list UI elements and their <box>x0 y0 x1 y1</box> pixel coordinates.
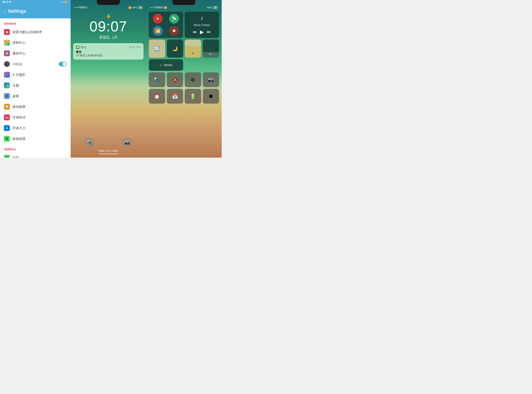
cc-phone-notch <box>172 0 195 5</box>
brightness-slider[interactable]: ☀ <box>185 40 201 58</box>
menu-text: 设置为默认启动程序 <box>12 30 42 34</box>
menu-text: 小白点 <box>12 62 22 66</box>
settings-title: Settings <box>8 9 26 14</box>
airplane-button[interactable]: ✈ <box>153 14 163 24</box>
cc-grid: ✈ 📡 📶 ✱ ♪ Music Control ⏮ ▶ ⏭ 🔄 🌙 ☀ <box>146 9 222 106</box>
utilities-label: Utilities <box>0 144 71 152</box>
lock-battery: 📶 60% 🔋 <box>128 6 143 9</box>
no-disturb-button[interactable]: 🔕 <box>167 73 183 87</box>
font-style-icon: Aa <box>4 114 10 120</box>
volume-icon: 🔈 <box>209 51 213 56</box>
back-button[interactable]: ‹ <box>4 9 5 14</box>
settings-header: ‹ Settings <box>0 4 71 18</box>
lock-carrier: ▪▪▪▪ 中国移动 <box>74 6 87 9</box>
bluetooth-button[interactable]: ✱ <box>169 26 179 36</box>
control-center: ▪▪▪▪ 中国移动 📶 60% 🔋 ✈ 📡 📶 ✱ ♪ Music Contro… <box>146 0 222 158</box>
dot-icon: ⚫ <box>4 61 10 67</box>
menu-item-scroll[interactable]: 🔄 滚动效果 <box>0 101 71 112</box>
lock-icon: 🔒 <box>71 14 146 18</box>
menu-text: 主题 <box>12 83 19 88</box>
menu-item-assistive-touch[interactable]: ⚫ 小白点 <box>0 59 71 69</box>
notif-title: 微信 <box>76 50 141 54</box>
brightness-icon: ☀ <box>191 51 195 56</box>
menu-item-default-launcher[interactable]: 🏠 设置为默认启动程序 <box>0 27 71 37</box>
lock-bottom-buttons: 🔦 📷 <box>71 137 146 148</box>
calendar-button[interactable]: 📅 <box>167 89 183 104</box>
menu-text: 字体大小 <box>12 126 26 130</box>
music-controls: ⏮ ▶ ⏭ <box>193 29 211 35</box>
menu-text: 字体样式 <box>12 115 26 120</box>
settings-signal: ▪▪▪▪ 📶 ▪ <box>61 1 68 3</box>
music-label: Music Control <box>194 24 210 27</box>
desktop-icon: 🖥 <box>4 93 10 99</box>
slide-bar <box>99 154 118 154</box>
wechat-icon: 💬 <box>76 46 79 49</box>
home-icon: 🏠 <box>4 29 10 35</box>
lock-date: 星期五, 1月 <box>71 35 146 40</box>
theme-icon: 🎭 <box>4 83 10 88</box>
notify-icon: 🔔 <box>4 50 10 56</box>
other-icon: ⚙ <box>4 136 10 142</box>
notif-app: 💬 微信 <box>76 46 86 49</box>
flashlight-button[interactable]: 🔦 <box>149 73 165 87</box>
cc-carrier: ▪▪▪▪ 中国移动 📶 <box>150 6 167 9</box>
notif-time: 09:07 下午 <box>129 46 141 49</box>
do-not-disturb-button[interactable]: 🌙 <box>167 40 183 58</box>
home-icon: ⌂ <box>159 63 162 67</box>
menu-text: X 主题栏 <box>12 73 26 77</box>
settings-content: General 🏠 设置为默认启动程序 🎨 控制中心 🔔 通知中心 ⚫ 小白点 … <box>0 18 71 158</box>
wifi-button[interactable]: 📶 <box>153 26 163 36</box>
menu-text: 天气 <box>12 156 19 158</box>
camera-utility-button[interactable]: 📷 <box>203 73 219 87</box>
menu-item-desktop[interactable]: 🖥 桌面 <box>0 91 71 101</box>
scroll-icon: 🔄 <box>4 104 10 110</box>
menu-item-control-center[interactable]: 🎨 控制中心 <box>0 37 71 48</box>
menu-item-x-theme[interactable]: 🌐 X 主题栏 <box>0 69 71 80</box>
font-size-icon: A <box>4 125 10 131</box>
general-label: General <box>0 18 71 27</box>
menu-item-font-style[interactable]: Aa 字体样式 <box>0 112 71 123</box>
cc-battery: 60% 🔋 <box>207 6 218 9</box>
notif-app-name: 微信 <box>81 46 86 49</box>
home-button[interactable]: ⌂ Home <box>149 59 183 71</box>
settings-panel: 晚上9:08 ▪▪▪▪ 📶 ▪ ‹ Settings General 🏠 设置为… <box>0 0 71 158</box>
menu-item-theme[interactable]: 🎭 主题 <box>0 80 71 91</box>
rotate-lock-button[interactable]: 🔄 <box>149 40 165 58</box>
menu-text: 控制中心 <box>12 41 26 45</box>
menu-item-font-size[interactable]: A 字体大小 <box>0 123 71 134</box>
settings-gear-button[interactable]: ⚙ <box>185 73 201 87</box>
camera-button[interactable]: 📷 <box>122 137 132 148</box>
menu-text: 通知中心 <box>12 51 26 56</box>
menu-item-weather[interactable]: 🌤 天气 <box>0 152 71 158</box>
control-icon: 🎨 <box>4 40 10 46</box>
menu-text: 其他设置 <box>12 137 26 141</box>
menu-item-other[interactable]: ⚙ 其他设置 <box>0 134 71 144</box>
toggle-assistive[interactable] <box>59 62 67 66</box>
menu-text: 桌面 <box>12 94 19 98</box>
music-next-button[interactable]: ⏭ <box>207 30 211 34</box>
notif-body: 2个联系人发来4条消息 <box>76 54 141 57</box>
lock-time: 09:07 <box>71 19 146 34</box>
music-prev-button[interactable]: ⏮ <box>193 30 197 34</box>
lock-screen: ▪▪▪▪ 中国移动 📶 60% 🔋 🔒 09:07 星期五, 1月 💬 微信 0… <box>71 0 146 158</box>
lock-slide: Slide up to open <box>71 149 146 154</box>
weather-icon: 🌤 <box>4 155 10 158</box>
x-icon: 🌐 <box>4 72 10 78</box>
music-note-icon: ♪ <box>200 15 203 21</box>
record-button[interactable]: ⏺ <box>203 89 219 104</box>
menu-text: 滚动效果 <box>12 104 26 109</box>
slide-text: Slide up to open <box>71 149 146 152</box>
lock-time-area: 🔒 09:07 星期五, 1月 <box>71 9 146 40</box>
phone-notch <box>97 0 120 5</box>
flashlight-button[interactable]: 🔦 <box>84 137 95 148</box>
notification-card[interactable]: 💬 微信 09:07 下午 微信 2个联系人发来4条消息 <box>73 43 144 60</box>
menu-item-notify[interactable]: 🔔 通知中心 <box>0 48 71 59</box>
cc-connectivity-block: ✈ 📡 📶 ✱ <box>149 12 183 38</box>
home-label: Home <box>164 63 172 67</box>
music-play-button[interactable]: ▶ <box>200 29 204 35</box>
battery-button[interactable]: 🔋 <box>185 89 201 104</box>
volume-slider[interactable]: 🔈 <box>203 40 219 58</box>
cc-music-block: ♪ Music Control ⏮ ▶ ⏭ <box>185 12 219 38</box>
alarm-button[interactable]: ⏰ <box>149 89 165 104</box>
hotspot-button[interactable]: 📡 <box>169 14 179 24</box>
